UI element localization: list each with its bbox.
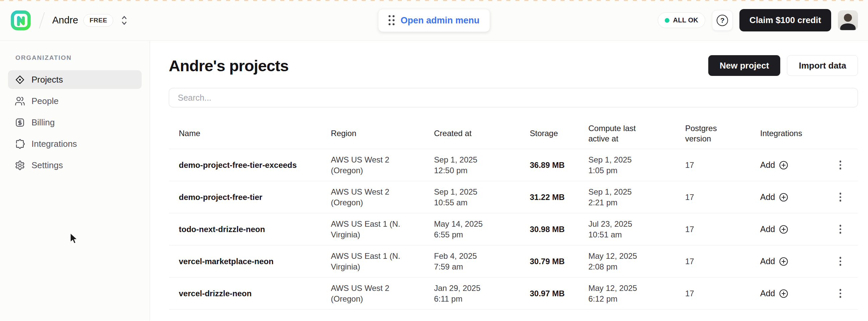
neon-logo[interactable] xyxy=(10,10,31,31)
row-menu-button[interactable] xyxy=(838,223,843,236)
billing-icon xyxy=(15,117,25,128)
search-input[interactable] xyxy=(169,88,858,107)
project-postgres-version: 17 xyxy=(675,160,750,171)
sidebar-section-label: ORGANIZATION xyxy=(16,54,142,62)
project-region: AWS US East 1 (N. Virginia) xyxy=(321,251,424,272)
title-actions: New project Import data xyxy=(708,55,858,76)
org-name: Andre xyxy=(52,15,78,26)
column-header-compute-last-active: Compute last active at xyxy=(578,123,675,144)
add-integration-button[interactable]: Add xyxy=(760,224,788,235)
project-integrations-cell: Add xyxy=(750,287,858,300)
column-header-storage: Storage xyxy=(520,128,578,138)
project-name: vercel-drizzle-neon xyxy=(169,288,321,299)
table-row[interactable]: todo-next-drizzle-neon AWS US East 1 (N.… xyxy=(169,213,858,245)
sidebar-item-label: People xyxy=(31,96,59,106)
avatar[interactable] xyxy=(838,10,858,30)
projects-table: Name Region Created at Storage Compute l… xyxy=(169,118,858,310)
table-row[interactable]: demo-project-free-tier-exceeds AWS US We… xyxy=(169,149,858,181)
app-shell: ORGANIZATION Projects People xyxy=(0,41,868,321)
row-menu-button[interactable] xyxy=(838,190,843,204)
topbar-left: Andre FREE xyxy=(10,10,129,31)
project-created-at: May 14, 2025 6:55 pm xyxy=(424,219,520,240)
project-compute-last-active: Sep 1, 2025 1:05 pm xyxy=(578,154,675,176)
project-compute-last-active: May 12, 2025 6:12 pm xyxy=(578,283,675,304)
org-switcher[interactable]: Andre FREE xyxy=(52,14,129,27)
table-row[interactable]: demo-project-free-tier AWS US West 2 (Or… xyxy=(169,181,858,213)
status-label: ALL OK xyxy=(673,16,698,24)
integrations-icon xyxy=(15,139,25,149)
plus-circle-icon xyxy=(779,192,788,202)
avatar-head-shape xyxy=(844,14,852,22)
top-edge-decoration xyxy=(0,0,868,1)
row-menu-button[interactable] xyxy=(838,255,843,268)
project-created-at: Sep 1, 2025 12:50 pm xyxy=(424,154,520,176)
sidebar-item-settings[interactable]: Settings xyxy=(8,156,142,175)
add-integration-button[interactable]: Add xyxy=(760,256,788,266)
project-storage: 36.89 MB xyxy=(520,160,578,171)
add-integration-button[interactable]: Add xyxy=(760,160,788,170)
help-button[interactable]: ? xyxy=(712,10,733,31)
new-project-button[interactable]: New project xyxy=(708,55,780,76)
import-data-button[interactable]: Import data xyxy=(787,55,858,76)
sidebar: ORGANIZATION Projects People xyxy=(0,41,150,321)
column-header-postgres-version: Postgres version xyxy=(675,123,750,144)
column-header-name: Name xyxy=(169,128,321,138)
project-compute-last-active: Jul 23, 2025 10:51 am xyxy=(578,219,675,240)
table-row[interactable]: vercel-drizzle-neon AWS US West 2 (Orego… xyxy=(169,278,858,310)
sidebar-item-integrations[interactable]: Integrations xyxy=(8,134,142,153)
plus-circle-icon xyxy=(779,256,788,266)
status-dot-icon xyxy=(665,18,670,23)
topbar-right: ALL OK ? Claim $100 credit xyxy=(658,9,858,31)
column-header-integrations: Integrations xyxy=(750,128,858,138)
main-content: Andre's projects New project Import data… xyxy=(150,41,868,321)
project-integrations-cell: Add xyxy=(750,190,858,204)
project-name: vercel-marketplace-neon xyxy=(169,256,321,267)
row-menu-button[interactable] xyxy=(838,287,843,300)
project-region: AWS US West 2 (Oregon) xyxy=(321,187,424,208)
breadcrumb-divider xyxy=(39,12,45,28)
open-admin-menu-button[interactable]: Open admin menu xyxy=(378,9,490,32)
project-compute-last-active: Sep 1, 2025 2:21 pm xyxy=(578,187,675,208)
settings-icon xyxy=(15,160,25,171)
project-created-at: Feb 4, 2025 7:59 am xyxy=(424,251,520,272)
add-integration-button[interactable]: Add xyxy=(760,289,788,298)
project-name: todo-next-drizzle-neon xyxy=(169,224,321,235)
project-name: demo-project-free-tier xyxy=(169,192,321,203)
claim-credit-button[interactable]: Claim $100 credit xyxy=(739,9,831,31)
sidebar-item-label: Settings xyxy=(31,160,63,171)
project-storage: 30.98 MB xyxy=(520,224,578,235)
add-integration-button[interactable]: Add xyxy=(760,192,788,202)
status-badge[interactable]: ALL OK xyxy=(658,12,705,28)
project-postgres-version: 17 xyxy=(675,224,750,235)
sidebar-item-people[interactable]: People xyxy=(8,92,142,110)
project-storage: 31.22 MB xyxy=(520,192,578,203)
plus-circle-icon xyxy=(779,289,788,298)
project-compute-last-active: May 12, 2025 2:08 pm xyxy=(578,251,675,272)
plus-circle-icon xyxy=(779,160,788,170)
project-integrations-cell: Add xyxy=(750,255,858,268)
sidebar-item-billing[interactable]: Billing xyxy=(8,113,142,132)
project-postgres-version: 17 xyxy=(675,288,750,299)
help-icon: ? xyxy=(717,15,728,26)
admin-menu-label: Open admin menu xyxy=(401,15,479,26)
project-created-at: Sep 1, 2025 10:55 am xyxy=(424,187,520,208)
project-integrations-cell: Add xyxy=(750,158,858,172)
row-menu-button[interactable] xyxy=(838,158,843,172)
table-header: Name Region Created at Storage Compute l… xyxy=(169,118,858,149)
project-storage: 30.79 MB xyxy=(520,256,578,267)
project-integrations-cell: Add xyxy=(750,223,858,236)
drag-grid-icon xyxy=(389,15,395,26)
neon-console: Andre FREE Open admin menu ALL OK ? Cl xyxy=(0,0,868,321)
project-created-at: Jan 29, 2025 6:11 pm xyxy=(424,283,520,304)
plan-badge: FREE xyxy=(83,14,113,27)
project-storage: 30.97 MB xyxy=(520,288,578,299)
project-name: demo-project-free-tier-exceeds xyxy=(169,160,321,171)
table-row[interactable]: vercel-marketplace-neon AWS US East 1 (N… xyxy=(169,245,858,278)
avatar-body-shape xyxy=(840,24,856,30)
project-region: AWS US West 2 (Oregon) xyxy=(321,154,424,176)
sidebar-item-label: Projects xyxy=(31,75,63,85)
sidebar-item-projects[interactable]: Projects xyxy=(8,70,142,89)
chevron-updown-icon xyxy=(120,15,129,26)
plus-circle-icon xyxy=(779,224,788,235)
sidebar-item-label: Integrations xyxy=(31,139,77,149)
